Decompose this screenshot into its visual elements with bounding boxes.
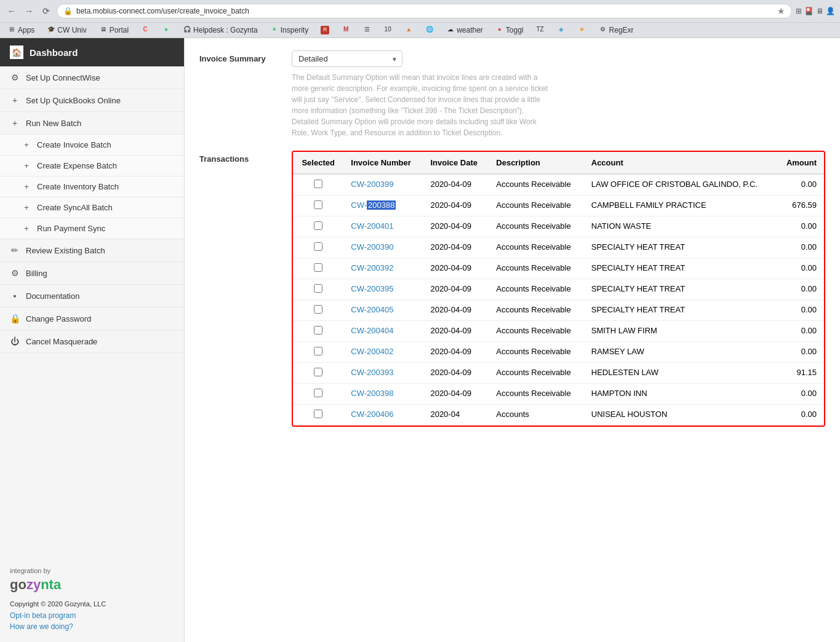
bookmark-insperity[interactable]: + Insperity: [268, 25, 311, 36]
sidebar-item-run-batch[interactable]: + Run New Batch: [0, 112, 184, 135]
ext-icon-1[interactable]: ⊞: [796, 7, 802, 15]
toggl-icon: ●: [495, 26, 504, 34]
bookmark-portal[interactable]: 🖥 Portal: [97, 25, 131, 36]
row-checkbox[interactable]: [314, 221, 322, 230]
row-amount: 0.00: [776, 279, 824, 300]
globe-icon: 🌐: [425, 26, 434, 34]
table-row: CW-2003952020-04-09Accounts ReceivableSP…: [293, 279, 824, 300]
invoice-number-link[interactable]: CW-200406: [351, 410, 393, 419]
row-checkbox[interactable]: [314, 347, 322, 355]
bookmark-globe[interactable]: 🌐: [423, 25, 436, 36]
ext-icon-2[interactable]: 🎴: [804, 7, 814, 15]
invoice-summary-dropdown[interactable]: Default Condensed Detailed: [292, 50, 402, 67]
row-checkbox[interactable]: [314, 242, 322, 251]
invoice-number-link[interactable]: CW-200405: [351, 305, 393, 314]
sidebar-item-create-expense[interactable]: + Create Expense Batch: [0, 156, 184, 176]
row-invoice-number[interactable]: CW-200401: [343, 216, 423, 237]
row-invoice-number[interactable]: CW-200390: [343, 237, 423, 258]
invoice-number-link[interactable]: CW-200393: [351, 368, 393, 377]
sidebar-header[interactable]: 🏠 Dashboard: [0, 38, 184, 66]
row-invoice-number[interactable]: CW-200398: [343, 384, 423, 405]
row-checkbox[interactable]: [314, 368, 322, 376]
row-checkbox[interactable]: [314, 284, 322, 293]
bookmark-insperity-label: Insperity: [281, 26, 308, 34]
sidebar-item-review-batch[interactable]: ✏ Review Existing Batch: [0, 239, 184, 262]
bookmark-star-icon[interactable]: ★: [777, 6, 785, 16]
row-invoice-number[interactable]: CW-200404: [343, 321, 423, 342]
bookmark-toggl[interactable]: ● Toggl: [493, 25, 526, 36]
table-body: CW-2003992020-04-09Accounts ReceivableLA…: [293, 174, 824, 426]
bookmark-weather[interactable]: ☁ weather: [444, 25, 486, 36]
invoice-number-link[interactable]: CW-200395: [351, 284, 393, 293]
sidebar-label-create-inventory: Create Inventory Batch: [37, 182, 119, 191]
row-invoice-number[interactable]: CW-200393: [343, 363, 423, 384]
bookmark-apps[interactable]: ⊞ Apps: [5, 25, 37, 36]
row-amount: 91.15: [776, 363, 824, 384]
row-invoice-number[interactable]: CW-200388: [343, 196, 423, 216]
sidebar-item-cancel-masquerade[interactable]: ⏻ Cancel Masquerade: [0, 330, 184, 353]
bookmark-box[interactable]: ☰: [360, 25, 374, 36]
invoice-number-link[interactable]: CW-200399: [351, 180, 393, 189]
bookmark-gmail[interactable]: M: [339, 25, 353, 36]
invoice-number-link[interactable]: CW-200388: [351, 200, 396, 210]
sidebar-item-create-syncall[interactable]: + Create SyncAll Batch: [0, 197, 184, 218]
bookmark-chromium[interactable]: C: [138, 25, 152, 36]
row-invoice-number[interactable]: CW-200402: [343, 342, 423, 363]
nav-forward-button[interactable]: →: [22, 4, 36, 18]
row-checkbox[interactable]: [314, 389, 322, 397]
row-invoice-number[interactable]: CW-200406: [343, 405, 423, 426]
bookmark-green-circle[interactable]: ●: [159, 25, 173, 36]
address-bar[interactable]: 🔒 beta.mobius-connect.com/user/create_in…: [57, 4, 792, 18]
bookmark-regexr[interactable]: ⚙ RegExr: [596, 25, 636, 36]
row-description: Accounts Receivable: [489, 384, 583, 405]
bookmark-cw-univ[interactable]: 🎓 CW Univ: [44, 25, 89, 36]
nav-back-button[interactable]: ←: [5, 4, 18, 18]
sidebar-item-run-payment[interactable]: + Run Payment Sync: [0, 218, 184, 239]
nav-reload-button[interactable]: ⟳: [39, 4, 53, 18]
invoice-number-link[interactable]: CW-200398: [351, 389, 393, 398]
row-checkbox[interactable]: [314, 326, 322, 335]
invoice-number-link[interactable]: CW-200404: [351, 326, 393, 335]
row-checkbox[interactable]: [314, 410, 322, 418]
row-checkbox[interactable]: [314, 180, 322, 188]
ext-icon-3[interactable]: 🖥: [816, 7, 823, 15]
row-checkbox[interactable]: [314, 200, 322, 209]
bookmark-tz[interactable]: TZ: [534, 25, 547, 36]
plus-icon-invoice: +: [22, 140, 31, 149]
invoice-number-link[interactable]: CW-200402: [351, 347, 393, 356]
bookmark-r[interactable]: R: [318, 25, 332, 36]
how-doing-link[interactable]: How are we doing?: [10, 622, 174, 631]
row-invoice-number[interactable]: CW-200399: [343, 174, 423, 196]
drive-triangle-icon: ▲: [404, 26, 413, 34]
sidebar-item-documentation[interactable]: ▪ Documentation: [0, 285, 184, 307]
bookmark-helpdesk[interactable]: 🎧 Helpdesk : Gozynta: [180, 25, 260, 36]
sidebar-item-create-inventory[interactable]: + Create Inventory Batch: [0, 176, 184, 197]
sidebar-item-billing[interactable]: ⚙ Billing: [0, 262, 184, 285]
chromium-icon: C: [141, 26, 150, 34]
invoice-number-link[interactable]: CW-200401: [351, 221, 393, 231]
row-checkbox[interactable]: [314, 263, 322, 272]
row-checkbox-cell: [293, 363, 343, 384]
sidebar-item-setup-cw[interactable]: ⚙ Set Up ConnectWise: [0, 66, 184, 89]
insperity-icon: +: [270, 26, 279, 34]
bookmark-drive2[interactable]: ◈: [554, 25, 568, 36]
bookmark-yellow-star[interactable]: ★: [575, 25, 589, 36]
row-description: Accounts: [489, 405, 583, 426]
table-row: CW-2004012020-04-09Accounts ReceivableNA…: [293, 216, 824, 237]
row-invoice-number[interactable]: CW-200395: [343, 279, 423, 300]
col-header-amount: Amount: [776, 152, 824, 174]
bookmark-10[interactable]: 10: [381, 25, 394, 36]
row-checkbox[interactable]: [314, 305, 322, 314]
sidebar-item-setup-qb[interactable]: + Set Up QuickBooks Online: [0, 89, 184, 112]
opt-in-link[interactable]: Opt-in beta program: [10, 611, 174, 620]
profile-icon[interactable]: 👤: [826, 7, 835, 15]
row-invoice-number[interactable]: CW-200405: [343, 300, 423, 321]
row-checkbox-cell: [293, 384, 343, 405]
bookmark-drive-triangle[interactable]: ▲: [402, 25, 415, 36]
sidebar-item-create-invoice[interactable]: + Create Invoice Batch: [0, 135, 184, 156]
row-invoice-date: 2020-04-09: [423, 363, 489, 384]
row-invoice-number[interactable]: CW-200392: [343, 258, 423, 279]
invoice-number-link[interactable]: CW-200390: [351, 242, 393, 252]
invoice-number-link[interactable]: CW-200392: [351, 263, 393, 272]
sidebar-item-change-password[interactable]: 🔒 Change Password: [0, 307, 184, 330]
